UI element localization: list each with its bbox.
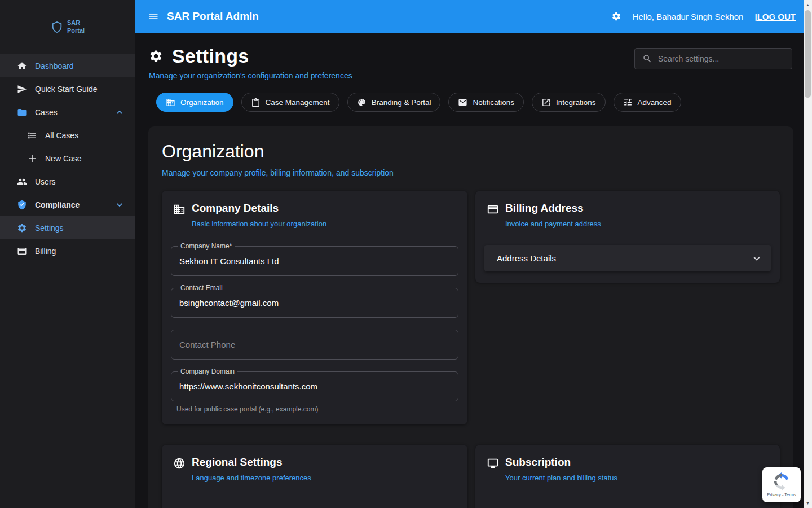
user-greeting: Hello, Bahadur Singh Sekhon <box>633 12 744 21</box>
sidebar-item-label: All Cases <box>45 131 78 140</box>
page-title: Settings <box>172 45 249 67</box>
card-header-text: Regional Settings Language and timezone … <box>192 456 311 482</box>
sidebar-item-settings[interactable]: Settings <box>0 216 135 239</box>
recaptcha-icon <box>773 472 791 491</box>
app-logo[interactable]: SAR Portal <box>0 0 135 54</box>
sidebar-item-label: Compliance <box>35 200 80 209</box>
sidebar-item-dashboard[interactable]: Dashboard <box>0 54 135 77</box>
shield-check-icon <box>17 200 27 210</box>
tab-organization[interactable]: Organization <box>156 93 233 112</box>
monitor-icon <box>487 457 499 470</box>
sidebar-item-label: Dashboard <box>35 62 74 71</box>
mail-icon <box>458 98 467 107</box>
palette-icon <box>357 98 367 107</box>
plus-icon <box>27 154 37 164</box>
chevron-down-icon <box>114 199 125 211</box>
organization-grid: Company Details Basic information about … <box>162 191 780 508</box>
globe-icon <box>173 457 186 470</box>
company-details-fields: Company Name* Contact Email <box>171 246 458 413</box>
sidebar-item-new-case[interactable]: New Case <box>0 147 135 170</box>
chevron-down-icon <box>751 252 763 265</box>
gear-icon[interactable] <box>611 11 621 21</box>
sidebar-item-cases[interactable]: Cases <box>0 100 135 124</box>
vertical-scrollbar[interactable]: ▲ ▼ <box>804 0 812 508</box>
list-icon <box>27 130 37 141</box>
rocket-icon <box>17 84 27 94</box>
tab-branding-portal[interactable]: Branding & Portal <box>347 93 441 112</box>
menu-icon[interactable] <box>148 11 159 22</box>
sidebar-item-billing[interactable]: Billing <box>0 239 135 262</box>
company-name-field-wrap: Company Name* <box>171 246 458 276</box>
company-domain-label: Company Domain <box>178 367 237 375</box>
card-header: Company Details Basic information about … <box>171 202 458 228</box>
section-subtitle: Manage your company profile, billing inf… <box>162 168 780 177</box>
regional-settings-card: Regional Settings Language and timezone … <box>162 445 467 508</box>
search-input[interactable] <box>658 54 785 63</box>
home-icon <box>17 61 27 71</box>
section-title: Organization <box>162 141 780 162</box>
card-title: Subscription <box>505 456 617 468</box>
topbar: SAR Portal Admin Hello, Bahadur Singh Se… <box>135 0 804 33</box>
app-root: SAR Portal Dashboard Quick Start Guide C… <box>0 0 812 508</box>
company-name-field[interactable] <box>171 247 458 275</box>
tab-label: Integrations <box>556 98 596 107</box>
card-subtitle: Language and timezone preferences <box>192 474 311 482</box>
sidebar-item-label: Settings <box>35 224 64 233</box>
main-content: Settings Manage your organization's conf… <box>135 33 804 508</box>
sidebar: SAR Portal Dashboard Quick Start Guide C… <box>0 0 135 508</box>
topbar-right: Hello, Bahadur Singh Sekhon | LOG OUT <box>611 11 796 21</box>
recaptcha-terms-label: Privacy - Terms <box>767 492 796 497</box>
sidebar-item-quick-start-guide[interactable]: Quick Start Guide <box>0 77 135 100</box>
export-icon <box>541 98 551 107</box>
logout-link[interactable]: LOG OUT <box>757 12 796 21</box>
company-domain-field[interactable] <box>171 372 458 401</box>
accordion-label: Address Details <box>497 253 751 263</box>
card-title: Billing Address <box>505 202 601 214</box>
building-icon <box>166 98 175 107</box>
contact-email-field[interactable] <box>171 288 458 317</box>
card-header: Subscription Your current plan and billi… <box>484 456 771 482</box>
contact-email-field-wrap: Contact Email <box>171 288 458 318</box>
tab-case-management[interactable]: Case Management <box>241 93 339 112</box>
card-header-text: Subscription Your current plan and billi… <box>505 456 617 482</box>
building-icon <box>173 203 186 216</box>
subscription-card: Subscription Your current plan and billi… <box>475 445 780 508</box>
settings-search <box>634 48 792 69</box>
sidebar-item-users[interactable]: Users <box>0 170 135 193</box>
contact-phone-field-wrap <box>171 330 458 360</box>
organization-panel: Organization Manage your company profile… <box>148 126 793 508</box>
contact-phone-field[interactable] <box>171 330 458 359</box>
sidebar-item-label: Quick Start Guide <box>35 85 98 94</box>
card-subtitle: Invoice and payment address <box>505 220 601 228</box>
tab-integrations[interactable]: Integrations <box>532 93 606 112</box>
recaptcha-badge[interactable]: Privacy - Terms <box>762 467 801 502</box>
search-icon <box>642 54 652 64</box>
settings-tabs: Organization Case Management Branding & … <box>156 93 804 112</box>
scrollbar-thumb[interactable] <box>805 10 811 98</box>
tab-notifications[interactable]: Notifications <box>448 93 524 112</box>
page-subtitle: Manage your organization's configuration… <box>149 71 804 80</box>
tab-advanced[interactable]: Advanced <box>614 93 681 112</box>
logo-text: SAR Portal <box>67 19 85 34</box>
app-title: SAR Portal Admin <box>167 10 259 23</box>
gear-icon <box>149 49 163 63</box>
card-title: Company Details <box>192 202 326 214</box>
tab-label: Notifications <box>473 98 514 107</box>
sidebar-item-label: Users <box>35 177 56 186</box>
logo-shield-icon <box>51 21 63 33</box>
card-subtitle: Your current plan and billing status <box>505 474 617 482</box>
card-header-text: Billing Address Invoice and payment addr… <box>505 202 601 228</box>
billing-address-card: Billing Address Invoice and payment addr… <box>475 191 780 283</box>
users-icon <box>17 177 27 187</box>
address-details-accordion[interactable]: Address Details <box>484 245 771 271</box>
company-domain-group: Company Domain Used for public case port… <box>171 371 458 413</box>
sidebar-item-all-cases[interactable]: All Cases <box>0 124 135 147</box>
company-details-card: Company Details Basic information about … <box>162 191 467 424</box>
sidebar-item-compliance[interactable]: Compliance <box>0 193 135 216</box>
card-subtitle: Basic information about your organizatio… <box>192 220 326 228</box>
scrollbar-down-arrow[interactable]: ▼ <box>804 499 812 507</box>
company-domain-field-wrap: Company Domain <box>171 371 458 401</box>
scrollbar-up-arrow[interactable]: ▲ <box>804 1 812 9</box>
chevron-up-icon <box>114 107 125 118</box>
sidebar-item-label: Cases <box>35 108 58 117</box>
